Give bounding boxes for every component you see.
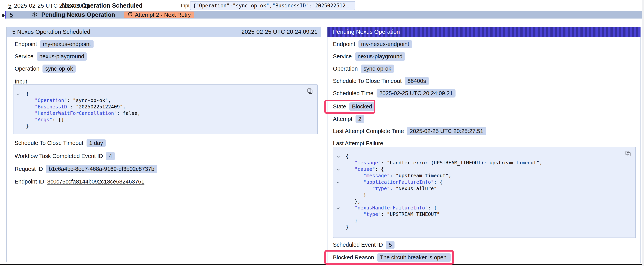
field-endpoint: Endpoint my-nexus-endpoint bbox=[333, 40, 412, 49]
attempt-retry-badge: Attempt 2 · Next Retry bbox=[124, 12, 194, 18]
input-preview-chip[interactable]: {"Operation":"sync-op-ok","BusinessID":"… bbox=[190, 1, 355, 10]
field-state: State Blocked bbox=[333, 102, 375, 111]
field-label: State bbox=[333, 103, 346, 110]
pending-operation-title: Pending Nexus Operation bbox=[41, 11, 115, 18]
field-value-badge: nexus-playground bbox=[37, 52, 87, 61]
field-value-badge: 1 day bbox=[86, 139, 106, 147]
copy-button[interactable] bbox=[307, 88, 313, 94]
field-value-badge: sync-op-ok bbox=[361, 65, 394, 73]
collapse-chevron-icon[interactable] bbox=[336, 181, 340, 183]
failure-json-code-block: { "message": "handler error (UPSTREAM_TI… bbox=[333, 147, 636, 238]
field-label: Attempt bbox=[333, 116, 352, 122]
field-label: Endpoint bbox=[333, 41, 355, 47]
copy-button[interactable] bbox=[625, 150, 631, 157]
event-id-link[interactable]: 5 bbox=[10, 12, 13, 18]
field-label: Operation bbox=[333, 66, 358, 72]
field-label: Operation bbox=[14, 66, 39, 72]
json-text: { "Operation": "sync-op-ok", "BusinessID… bbox=[14, 85, 317, 133]
field-endpoint: Endpoint my-nexus-endpoint bbox=[14, 40, 94, 49]
field-operation: Operation sync-op-ok bbox=[14, 64, 76, 73]
event-row-nexus-operation-scheduled[interactable]: 5 2025-02-25 UTC 20:24:09.21 Nexus Opera… bbox=[0, 0, 644, 11]
timeline-dashed-connector bbox=[3, 17, 3, 19]
pending-operation-detail-panel: Pending Nexus Operation Endpoint my-nexu… bbox=[327, 27, 641, 263]
event-id-link[interactable]: 5 bbox=[8, 2, 12, 9]
pending-panel-title: Pending Nexus Operation bbox=[333, 29, 400, 35]
field-label: Request ID bbox=[14, 166, 43, 172]
field-value-badge: 5 bbox=[386, 241, 394, 249]
field-value-badge: 86400s bbox=[405, 77, 429, 85]
field-service: Service nexus-playground bbox=[14, 52, 87, 61]
field-value-badge: 2025-02-25 UTC 20:25:27.51 bbox=[407, 127, 486, 135]
pending-panel-header: Pending Nexus Operation bbox=[328, 27, 640, 37]
input-json-code-block: { "Operation": "sync-op-ok", "BusinessID… bbox=[13, 84, 318, 134]
field-value-badge: 4 bbox=[106, 152, 114, 160]
field-label: Last Attempt Failure bbox=[333, 140, 383, 147]
field-value-badge: 2 bbox=[356, 115, 364, 123]
attempt-retry-label: Attempt 2 · Next Retry bbox=[135, 12, 191, 18]
json-text: { "message": "handler error (UPSTREAM_TI… bbox=[333, 147, 636, 234]
field-last-attempt-failure-label: Last Attempt Failure bbox=[333, 139, 383, 148]
field-scheduled-time: Scheduled Time 2025-02-25 UTC 20:24:09.2… bbox=[333, 89, 456, 98]
retry-icon bbox=[127, 12, 132, 18]
field-label: Input bbox=[14, 78, 27, 85]
field-label: Schedule To Close Timeout bbox=[14, 140, 84, 146]
scheduled-panel-time: 2025-02-25 UTC 20:24:09.21 bbox=[242, 29, 318, 35]
field-label: Workflow Task Completed Event ID bbox=[14, 153, 103, 159]
field-operation: Operation sync-op-ok bbox=[333, 64, 394, 73]
field-label: Schedule To Close Timeout bbox=[333, 78, 402, 84]
field-value-badge: my-nexus-endpoint bbox=[40, 40, 94, 48]
field-value-badge: nexus-playground bbox=[355, 52, 406, 61]
field-last-attempt-complete-time: Last Attempt Complete Time 2025-02-25 UT… bbox=[333, 127, 486, 136]
event-row-pending-nexus-operation[interactable]: 5 Pending Nexus Operation Attempt 2 · Ne… bbox=[6, 11, 642, 19]
event-title: Nexus Operation Scheduled bbox=[62, 2, 142, 9]
collapse-chevron-icon[interactable] bbox=[336, 168, 340, 170]
field-label: Scheduled Event ID bbox=[333, 242, 383, 248]
field-label: Service bbox=[333, 53, 352, 60]
collapse-chevron-icon[interactable] bbox=[336, 207, 340, 209]
scheduled-event-detail-panel: 5 Nexus Operation Scheduled 2025-02-25 U… bbox=[6, 27, 321, 262]
field-label: Endpoint ID bbox=[14, 178, 44, 185]
field-workflow-task-completed-event-id: Workflow Task Completed Event ID 4 bbox=[14, 152, 115, 160]
collapse-chevron-icon[interactable] bbox=[336, 155, 340, 158]
field-value-badge: b1c6a4bc-8ee7-468a-9169-df3b02c8737b bbox=[46, 165, 157, 173]
field-service: Service nexus-playground bbox=[333, 52, 405, 61]
field-label: Service bbox=[14, 53, 34, 60]
scheduled-panel-title: 5 Nexus Operation Scheduled bbox=[12, 29, 90, 35]
field-schedule-to-close-timeout: Schedule To Close Timeout 86400s bbox=[333, 76, 429, 85]
state-value-badge: Blocked bbox=[349, 102, 375, 111]
field-label: Endpoint bbox=[14, 41, 37, 47]
field-label: Last Attempt Complete Time bbox=[333, 128, 404, 134]
temporal-event-history-screen: 5 2025-02-25 UTC 20:24:09.21 Nexus Opera… bbox=[0, 0, 644, 266]
field-scheduled-event-id: Scheduled Event ID 5 bbox=[333, 240, 394, 249]
field-attempt: Attempt 2 bbox=[333, 114, 364, 123]
endpoint-id-link[interactable]: 3c0c75ccfa8144b092c13ce632463761 bbox=[47, 178, 144, 185]
field-blocked-reason: Blocked Reason The circuit breaker is op… bbox=[333, 253, 451, 262]
field-value-badge: sync-op-ok bbox=[42, 65, 76, 73]
asterisk-icon bbox=[32, 12, 38, 18]
field-schedule-to-close-timeout: Schedule To Close Timeout 1 day bbox=[14, 138, 106, 147]
field-value-badge: 2025-02-25 UTC 20:24:09.21 bbox=[376, 89, 456, 98]
field-value-badge: my-nexus-endpoint bbox=[358, 40, 412, 48]
page-scrollbar[interactable] bbox=[642, 0, 644, 266]
collapse-chevron-icon[interactable] bbox=[16, 93, 20, 95]
scheduled-panel-header: 5 Nexus Operation Scheduled 2025-02-25 U… bbox=[7, 27, 321, 37]
field-label: Blocked Reason bbox=[333, 254, 374, 261]
blocked-reason-value-badge: The circuit breaker is open. bbox=[377, 253, 451, 262]
field-endpoint-id: Endpoint ID 3c0c75ccfa8144b092c13ce63246… bbox=[14, 177, 144, 186]
field-label: Scheduled Time bbox=[333, 90, 374, 97]
viewport-bottom-border bbox=[0, 264, 644, 265]
field-request-id: Request ID b1c6a4bc-8ee7-468a-9169-df3b0… bbox=[14, 164, 157, 173]
